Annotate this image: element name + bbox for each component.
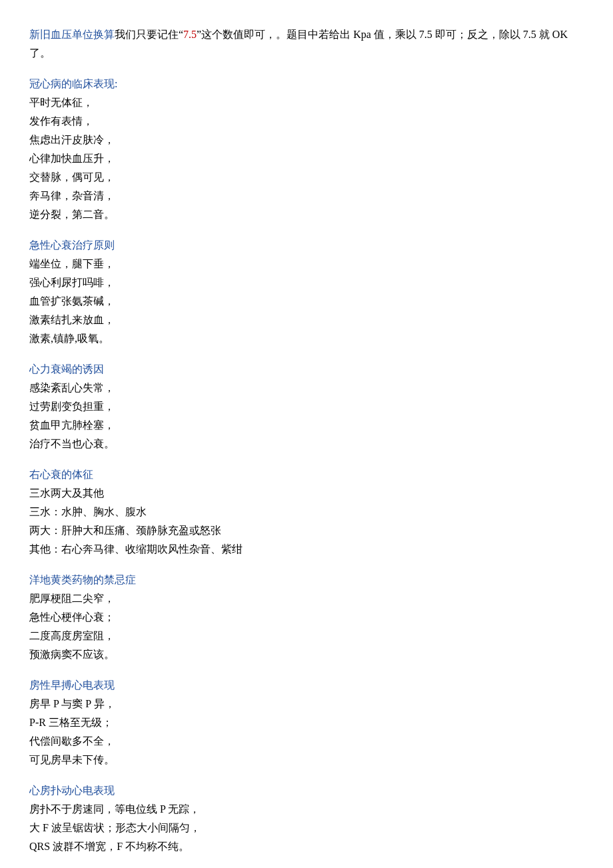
section-line: 三水：水肿、胸水、腹水 <box>29 503 584 521</box>
section-heading: 右心衰的体征 <box>29 469 93 480</box>
section-line: 贫血甲亢肺栓塞， <box>29 416 584 435</box>
section-line: 焦虑出汗皮肤冷， <box>29 131 584 149</box>
section: 急性心衰治疗原则端坐位，腿下垂，强心利尿打吗啡，血管扩张氨茶碱，激素结扎来放血，… <box>29 236 584 348</box>
intro-text-before: 我们只要记住“ <box>115 29 183 40</box>
section-line: 代偿间歇多不全， <box>29 732 584 751</box>
section-line: 大 F 波呈锯齿状；形态大小间隔匀， <box>29 819 584 837</box>
section: 房性早搏心电表现房早 P 与窦 P 异，P-R 三格至无级；代偿间歇多不全，可见… <box>29 676 584 769</box>
section-line: P-R 三格至无级； <box>29 713 584 732</box>
section: 心力衰竭的诱因感染紊乱心失常，过劳剧变负担重，贫血甲亢肺栓塞，治疗不当也心衰。 <box>29 360 584 453</box>
section-heading: 冠心病的临床表现 <box>29 78 115 89</box>
section-line: 奔马律，杂音清， <box>29 187 584 205</box>
section-line: 预激病窦不应该。 <box>29 645 584 664</box>
section-heading: 心房扑动心电表现 <box>29 785 115 796</box>
section-line: 二度高度房室阻， <box>29 627 584 645</box>
intro-highlight: 7.5 <box>183 29 197 40</box>
section-line: 血管扩张氨茶碱， <box>29 292 584 311</box>
section: 心房扑动心电表现房扑不于房速同，等电位线 P 无踪，大 F 波呈锯齿状；形态大小… <box>29 781 584 856</box>
section-line: 交替脉，偶可见， <box>29 168 584 187</box>
intro-heading: 新旧血压单位换算 <box>29 29 115 40</box>
section-line: 其他：右心奔马律、收缩期吹风性杂音、紫绀 <box>29 540 584 559</box>
section: 洋地黄类药物的禁忌症肥厚梗阻二尖窄，急性心梗伴心衰；二度高度房室阻，预激病窦不应… <box>29 571 584 664</box>
section-line: 强心利尿打吗啡， <box>29 273 584 292</box>
section-line: 发作有表情， <box>29 112 584 131</box>
section-line: 心律加快血压升， <box>29 149 584 168</box>
section-line: 过劳剧变负担重， <box>29 397 584 416</box>
section-line: 逆分裂，第二音。 <box>29 205 584 224</box>
section-line: 治疗不当也心衰。 <box>29 435 584 453</box>
section-line: 肥厚梗阻二尖窄， <box>29 589 584 608</box>
section-line: 激素结扎来放血， <box>29 311 584 329</box>
section-line: 平时无体征， <box>29 93 584 112</box>
section-heading: 房性早搏心电表现 <box>29 679 115 691</box>
section-heading: 洋地黄类药物的禁忌症 <box>29 574 136 585</box>
section-line: 端坐位，腿下垂， <box>29 255 584 273</box>
section-line: 急性心梗伴心衰； <box>29 608 584 627</box>
section-line: 房扑不于房速同，等电位线 P 无踪， <box>29 800 584 819</box>
section-line: 房早 P 与窦 P 异， <box>29 695 584 713</box>
section-line: QRS 波群不增宽，F 不均称不纯。 <box>29 837 584 856</box>
section: 冠心病的临床表现:平时无体征，发作有表情，焦虑出汗皮肤冷，心律加快血压升，交替脉… <box>29 75 584 224</box>
section-line: 可见房早未下传。 <box>29 751 584 769</box>
intro-paragraph: 新旧血压单位换算我们只要记住“7.5”这个数值即可，。题目中若给出 Kpa 值，… <box>29 25 584 63</box>
section-line: 感染紊乱心失常， <box>29 379 584 397</box>
section-line: 三水两大及其他 <box>29 484 584 503</box>
section-heading: 急性心衰治疗原则 <box>29 239 115 251</box>
section-line: 激素,镇静,吸氧。 <box>29 329 584 348</box>
section-heading-suffix: : <box>115 78 117 89</box>
section: 右心衰的体征三水两大及其他三水：水肿、胸水、腹水两大：肝肿大和压痛、颈静脉充盈或… <box>29 465 584 559</box>
section-heading: 心力衰竭的诱因 <box>29 363 104 375</box>
section-line: 两大：肝肿大和压痛、颈静脉充盈或怒张 <box>29 521 584 540</box>
